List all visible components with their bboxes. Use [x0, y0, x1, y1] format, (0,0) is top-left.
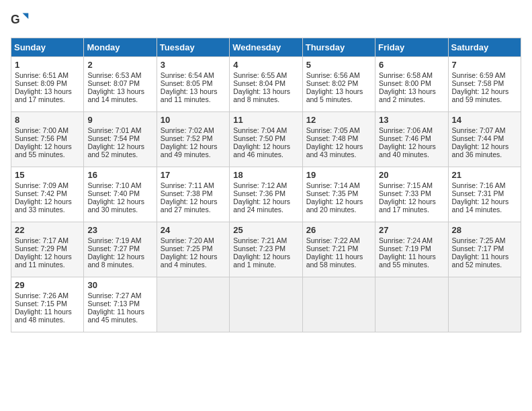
- day-number: 18: [233, 170, 298, 180]
- day-number: 10: [161, 115, 226, 125]
- sunset: Sunset: 8:05 PM: [161, 79, 213, 87]
- sunrise: Sunrise: 7:19 AM: [87, 236, 141, 244]
- day-number: 30: [87, 280, 152, 290]
- calendar-cell: 29Sunrise: 7:26 AMSunset: 7:15 PMDayligh…: [11, 277, 84, 332]
- daylight: Daylight: 12 hours and 14 minutes.: [452, 197, 509, 214]
- calendar-week-4: 22Sunrise: 7:17 AMSunset: 7:29 PMDayligh…: [11, 222, 521, 277]
- daylight: Daylight: 11 hours and 52 minutes.: [452, 253, 509, 269]
- header-row: Sunday Monday Tuesday Wednesday Thursday…: [11, 38, 521, 57]
- calendar-cell: 26Sunrise: 7:22 AMSunset: 7:21 PMDayligh…: [302, 222, 375, 277]
- sunset: Sunset: 7:15 PM: [15, 300, 67, 308]
- daylight: Daylight: 12 hours and 27 minutes.: [161, 197, 218, 214]
- day-number: 20: [379, 170, 444, 180]
- calendar-cell: 12Sunrise: 7:05 AMSunset: 7:48 PMDayligh…: [302, 112, 375, 167]
- svg-marker-1: [23, 13, 29, 19]
- sunset: Sunset: 7:31 PM: [452, 189, 504, 197]
- sunrise: Sunrise: 7:05 AM: [306, 126, 360, 134]
- day-number: 14: [452, 115, 517, 125]
- day-number: 1: [15, 60, 80, 70]
- day-number: 21: [452, 170, 517, 180]
- sunset: Sunset: 8:02 PM: [306, 79, 359, 87]
- calendar-week-3: 15Sunrise: 7:09 AMSunset: 7:42 PMDayligh…: [11, 167, 521, 222]
- calendar-cell: [230, 277, 302, 332]
- daylight: Daylight: 11 hours and 48 minutes.: [15, 308, 72, 324]
- calendar-cell: 2Sunrise: 6:53 AMSunset: 8:07 PMDaylight…: [84, 57, 157, 112]
- calendar-cell: 30Sunrise: 7:27 AMSunset: 7:13 PMDayligh…: [84, 277, 157, 332]
- calendar-cell: 20Sunrise: 7:15 AMSunset: 7:33 PMDayligh…: [375, 167, 448, 222]
- sunrise: Sunrise: 7:06 AM: [379, 126, 433, 134]
- calendar-cell: 1Sunrise: 6:51 AMSunset: 8:09 PMDaylight…: [11, 57, 84, 112]
- day-number: 6: [379, 60, 444, 70]
- sunrise: Sunrise: 7:07 AM: [452, 126, 506, 134]
- sunrise: Sunrise: 7:01 AM: [87, 126, 141, 134]
- calendar-cell: 10Sunrise: 7:02 AMSunset: 7:52 PMDayligh…: [157, 112, 229, 167]
- daylight: Daylight: 12 hours and 52 minutes.: [87, 142, 144, 158]
- day-number: 7: [452, 60, 517, 70]
- daylight: Daylight: 12 hours and 8 minutes.: [87, 253, 144, 269]
- sunrise: Sunrise: 7:15 AM: [379, 181, 433, 189]
- col-friday: Friday: [375, 38, 448, 57]
- calendar-cell: [375, 277, 448, 332]
- sunset: Sunset: 7:40 PM: [87, 189, 140, 197]
- daylight: Daylight: 12 hours and 33 minutes.: [15, 197, 72, 214]
- daylight: Daylight: 13 hours and 17 minutes.: [15, 87, 72, 103]
- sunset: Sunset: 7:25 PM: [161, 244, 213, 253]
- day-number: 2: [87, 60, 152, 70]
- sunrise: Sunrise: 7:00 AM: [15, 126, 69, 134]
- sunrise: Sunrise: 7:09 AM: [15, 181, 69, 189]
- calendar-cell: 11Sunrise: 7:04 AMSunset: 7:50 PMDayligh…: [230, 112, 302, 167]
- day-number: 4: [233, 60, 298, 70]
- calendar-cell: 17Sunrise: 7:11 AMSunset: 7:38 PMDayligh…: [157, 167, 229, 222]
- day-number: 29: [15, 280, 80, 290]
- sunrise: Sunrise: 7:02 AM: [161, 126, 214, 134]
- day-number: 26: [306, 225, 371, 235]
- sunrise: Sunrise: 6:59 AM: [452, 71, 506, 79]
- sunset: Sunset: 7:27 PM: [87, 244, 140, 253]
- logo-icon: G: [11, 11, 30, 30]
- calendar-week-1: 1Sunrise: 6:51 AMSunset: 8:09 PMDaylight…: [11, 57, 521, 112]
- sunset: Sunset: 7:21 PM: [306, 244, 359, 253]
- daylight: Daylight: 11 hours and 58 minutes.: [306, 253, 363, 269]
- daylight: Daylight: 12 hours and 30 minutes.: [87, 197, 144, 214]
- sunset: Sunset: 7:42 PM: [15, 189, 67, 197]
- sunrise: Sunrise: 6:56 AM: [306, 71, 360, 79]
- daylight: Daylight: 12 hours and 1 minute.: [233, 253, 290, 269]
- calendar-cell: 21Sunrise: 7:16 AMSunset: 7:31 PMDayligh…: [448, 167, 521, 222]
- calendar-cell: 28Sunrise: 7:25 AMSunset: 7:17 PMDayligh…: [448, 222, 521, 277]
- daylight: Daylight: 11 hours and 45 minutes.: [87, 308, 144, 324]
- sunset: Sunset: 7:38 PM: [161, 189, 213, 197]
- page-header: G: [11, 11, 521, 30]
- sunrise: Sunrise: 7:21 AM: [233, 236, 287, 244]
- sunset: Sunset: 7:33 PM: [379, 189, 431, 197]
- daylight: Daylight: 11 hours and 55 minutes.: [379, 253, 436, 269]
- day-number: 27: [379, 225, 444, 235]
- calendar-cell: [157, 277, 229, 332]
- day-number: 24: [161, 225, 226, 235]
- day-number: 15: [15, 170, 80, 180]
- col-sunday: Sunday: [11, 38, 84, 57]
- calendar-cell: 3Sunrise: 6:54 AMSunset: 8:05 PMDaylight…: [157, 57, 229, 112]
- day-number: 5: [306, 60, 371, 70]
- calendar-cell: 14Sunrise: 7:07 AMSunset: 7:44 PMDayligh…: [448, 112, 521, 167]
- daylight: Daylight: 12 hours and 24 minutes.: [233, 197, 290, 214]
- daylight: Daylight: 12 hours and 17 minutes.: [379, 197, 436, 214]
- daylight: Daylight: 13 hours and 11 minutes.: [161, 87, 218, 103]
- calendar-cell: 25Sunrise: 7:21 AMSunset: 7:23 PMDayligh…: [230, 222, 302, 277]
- svg-text:G: G: [11, 13, 20, 26]
- sunrise: Sunrise: 7:27 AM: [87, 291, 141, 300]
- col-wednesday: Wednesday: [230, 38, 302, 57]
- day-number: 11: [233, 115, 298, 125]
- daylight: Daylight: 13 hours and 14 minutes.: [87, 87, 144, 103]
- sunrise: Sunrise: 7:24 AM: [379, 236, 433, 244]
- calendar-cell: 22Sunrise: 7:17 AMSunset: 7:29 PMDayligh…: [11, 222, 84, 277]
- day-number: 12: [306, 115, 371, 125]
- sunrise: Sunrise: 6:51 AM: [15, 71, 69, 79]
- sunrise: Sunrise: 7:20 AM: [161, 236, 214, 244]
- daylight: Daylight: 13 hours and 5 minutes.: [306, 87, 363, 103]
- daylight: Daylight: 13 hours and 2 minutes.: [379, 87, 436, 103]
- logo: G: [11, 11, 32, 30]
- sunset: Sunset: 8:07 PM: [87, 79, 140, 87]
- calendar-week-5: 29Sunrise: 7:26 AMSunset: 7:15 PMDayligh…: [11, 277, 521, 332]
- calendar-cell: 16Sunrise: 7:10 AMSunset: 7:40 PMDayligh…: [84, 167, 157, 222]
- sunrise: Sunrise: 6:55 AM: [233, 71, 287, 79]
